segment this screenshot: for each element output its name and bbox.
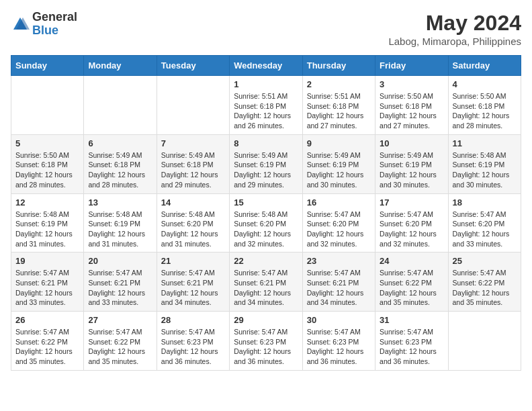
day-info: Sunrise: 5:47 AM Sunset: 6:21 PM Dayligh… xyxy=(161,268,225,308)
col-header-tuesday: Tuesday xyxy=(157,56,229,76)
day-info: Sunrise: 5:47 AM Sunset: 6:20 PM Dayligh… xyxy=(380,210,443,249)
calendar-cell: 8Sunrise: 5:49 AM Sunset: 6:19 PM Daylig… xyxy=(230,134,302,193)
location-subtitle: Labog, Mimaropa, Philippines xyxy=(388,36,521,47)
calendar-cell: 27Sunrise: 5:47 AM Sunset: 6:22 PM Dayli… xyxy=(84,312,157,371)
col-header-thursday: Thursday xyxy=(302,56,375,76)
week-row-4: 19Sunrise: 5:47 AM Sunset: 6:21 PM Dayli… xyxy=(11,253,521,312)
day-number: 2 xyxy=(307,79,371,89)
title-area: May 2024 Labog, Mimaropa, Philippines xyxy=(388,11,521,47)
logo-blue: Blue xyxy=(32,24,77,38)
day-number: 4 xyxy=(453,79,517,89)
calendar-cell: 24Sunrise: 5:47 AM Sunset: 6:22 PM Dayli… xyxy=(375,253,448,312)
day-number: 11 xyxy=(453,138,517,148)
day-info: Sunrise: 5:47 AM Sunset: 6:21 PM Dayligh… xyxy=(88,268,152,308)
day-number: 7 xyxy=(161,138,225,148)
day-info: Sunrise: 5:48 AM Sunset: 6:19 PM Dayligh… xyxy=(15,210,79,249)
week-row-2: 5Sunrise: 5:50 AM Sunset: 6:18 PM Daylig… xyxy=(11,134,521,193)
calendar-cell: 1Sunrise: 5:51 AM Sunset: 6:18 PM Daylig… xyxy=(230,76,302,135)
calendar-cell: 28Sunrise: 5:47 AM Sunset: 6:23 PM Dayli… xyxy=(157,312,229,371)
day-number: 21 xyxy=(161,256,225,266)
day-number: 3 xyxy=(380,79,443,89)
calendar-cell: 6Sunrise: 5:49 AM Sunset: 6:18 PM Daylig… xyxy=(84,134,157,193)
day-info: Sunrise: 5:47 AM Sunset: 6:23 PM Dayligh… xyxy=(161,327,225,367)
day-info: Sunrise: 5:49 AM Sunset: 6:19 PM Dayligh… xyxy=(234,150,298,190)
calendar-cell: 18Sunrise: 5:47 AM Sunset: 6:20 PM Dayli… xyxy=(448,193,521,253)
col-header-sunday: Sunday xyxy=(11,56,84,76)
col-header-wednesday: Wednesday xyxy=(230,56,302,76)
week-row-1: 1Sunrise: 5:51 AM Sunset: 6:18 PM Daylig… xyxy=(11,76,521,135)
day-info: Sunrise: 5:47 AM Sunset: 6:22 PM Dayligh… xyxy=(15,327,79,367)
day-info: Sunrise: 5:50 AM Sunset: 6:18 PM Dayligh… xyxy=(380,91,443,131)
calendar-cell: 10Sunrise: 5:49 AM Sunset: 6:19 PM Dayli… xyxy=(375,134,448,193)
day-info: Sunrise: 5:49 AM Sunset: 6:18 PM Dayligh… xyxy=(161,150,225,190)
logo-icon xyxy=(11,15,30,34)
day-number: 9 xyxy=(307,138,371,148)
calendar-cell: 15Sunrise: 5:48 AM Sunset: 6:20 PM Dayli… xyxy=(230,193,302,253)
day-number: 5 xyxy=(15,138,79,148)
calendar-cell: 9Sunrise: 5:49 AM Sunset: 6:19 PM Daylig… xyxy=(302,134,375,193)
calendar-cell: 21Sunrise: 5:47 AM Sunset: 6:21 PM Dayli… xyxy=(157,253,229,312)
day-info: Sunrise: 5:47 AM Sunset: 6:20 PM Dayligh… xyxy=(307,210,371,249)
day-info: Sunrise: 5:48 AM Sunset: 6:20 PM Dayligh… xyxy=(234,210,298,249)
day-info: Sunrise: 5:47 AM Sunset: 6:23 PM Dayligh… xyxy=(380,327,443,367)
calendar-cell: 16Sunrise: 5:47 AM Sunset: 6:20 PM Dayli… xyxy=(302,193,375,253)
day-number: 8 xyxy=(234,138,298,148)
calendar-cell: 31Sunrise: 5:47 AM Sunset: 6:23 PM Dayli… xyxy=(375,312,448,371)
day-info: Sunrise: 5:47 AM Sunset: 6:22 PM Dayligh… xyxy=(380,268,443,308)
calendar-cell: 13Sunrise: 5:48 AM Sunset: 6:19 PM Dayli… xyxy=(84,193,157,253)
logo-text: General Blue xyxy=(32,11,77,38)
day-info: Sunrise: 5:48 AM Sunset: 6:20 PM Dayligh… xyxy=(161,210,225,249)
page-header: General Blue May 2024 Labog, Mimaropa, P… xyxy=(11,11,521,47)
day-info: Sunrise: 5:47 AM Sunset: 6:21 PM Dayligh… xyxy=(307,268,371,308)
col-header-friday: Friday xyxy=(375,56,448,76)
day-number: 6 xyxy=(88,138,152,148)
col-header-monday: Monday xyxy=(84,56,157,76)
calendar-cell: 17Sunrise: 5:47 AM Sunset: 6:20 PM Dayli… xyxy=(375,193,448,253)
calendar-cell: 22Sunrise: 5:47 AM Sunset: 6:21 PM Dayli… xyxy=(230,253,302,312)
logo-general: General xyxy=(32,11,77,24)
calendar-cell xyxy=(84,76,157,135)
calendar-header: SundayMondayTuesdayWednesdayThursdayFrid… xyxy=(11,56,521,76)
day-number: 20 xyxy=(88,256,152,266)
day-info: Sunrise: 5:47 AM Sunset: 6:21 PM Dayligh… xyxy=(15,268,79,308)
day-info: Sunrise: 5:50 AM Sunset: 6:18 PM Dayligh… xyxy=(15,150,79,190)
calendar-cell: 2Sunrise: 5:51 AM Sunset: 6:18 PM Daylig… xyxy=(302,76,375,135)
calendar-body: 1Sunrise: 5:51 AM Sunset: 6:18 PM Daylig… xyxy=(11,76,521,371)
day-info: Sunrise: 5:47 AM Sunset: 6:20 PM Dayligh… xyxy=(453,210,517,249)
calendar-cell: 4Sunrise: 5:50 AM Sunset: 6:18 PM Daylig… xyxy=(448,76,521,135)
day-number: 17 xyxy=(380,197,443,208)
calendar-cell: 3Sunrise: 5:50 AM Sunset: 6:18 PM Daylig… xyxy=(375,76,448,135)
calendar-cell xyxy=(157,76,229,135)
week-row-3: 12Sunrise: 5:48 AM Sunset: 6:19 PM Dayli… xyxy=(11,193,521,253)
week-row-5: 26Sunrise: 5:47 AM Sunset: 6:22 PM Dayli… xyxy=(11,312,521,371)
calendar-cell: 25Sunrise: 5:47 AM Sunset: 6:22 PM Dayli… xyxy=(448,253,521,312)
calendar-cell xyxy=(11,76,84,135)
calendar-cell: 23Sunrise: 5:47 AM Sunset: 6:21 PM Dayli… xyxy=(302,253,375,312)
logo: General Blue xyxy=(11,11,77,38)
day-info: Sunrise: 5:47 AM Sunset: 6:23 PM Dayligh… xyxy=(234,327,298,367)
day-number: 25 xyxy=(453,256,517,266)
day-number: 22 xyxy=(234,256,298,266)
day-info: Sunrise: 5:47 AM Sunset: 6:21 PM Dayligh… xyxy=(234,268,298,308)
day-number: 28 xyxy=(161,315,225,325)
header-row: SundayMondayTuesdayWednesdayThursdayFrid… xyxy=(11,56,521,76)
calendar-cell: 26Sunrise: 5:47 AM Sunset: 6:22 PM Dayli… xyxy=(11,312,84,371)
calendar-cell: 5Sunrise: 5:50 AM Sunset: 6:18 PM Daylig… xyxy=(11,134,84,193)
calendar-cell: 12Sunrise: 5:48 AM Sunset: 6:19 PM Dayli… xyxy=(11,193,84,253)
calendar-cell: 14Sunrise: 5:48 AM Sunset: 6:20 PM Dayli… xyxy=(157,193,229,253)
day-number: 12 xyxy=(15,197,79,208)
day-info: Sunrise: 5:49 AM Sunset: 6:18 PM Dayligh… xyxy=(88,150,152,190)
day-info: Sunrise: 5:47 AM Sunset: 6:22 PM Dayligh… xyxy=(453,268,517,308)
day-info: Sunrise: 5:50 AM Sunset: 6:18 PM Dayligh… xyxy=(453,91,517,131)
calendar-cell: 7Sunrise: 5:49 AM Sunset: 6:18 PM Daylig… xyxy=(157,134,229,193)
month-year-title: May 2024 xyxy=(388,11,521,36)
day-number: 10 xyxy=(380,138,443,148)
calendar-table: SundayMondayTuesdayWednesdayThursdayFrid… xyxy=(11,55,521,371)
day-info: Sunrise: 5:47 AM Sunset: 6:23 PM Dayligh… xyxy=(307,327,371,367)
calendar-cell: 20Sunrise: 5:47 AM Sunset: 6:21 PM Dayli… xyxy=(84,253,157,312)
day-info: Sunrise: 5:51 AM Sunset: 6:18 PM Dayligh… xyxy=(307,91,371,131)
calendar-cell xyxy=(448,312,521,371)
calendar-cell: 30Sunrise: 5:47 AM Sunset: 6:23 PM Dayli… xyxy=(302,312,375,371)
day-info: Sunrise: 5:48 AM Sunset: 6:19 PM Dayligh… xyxy=(453,150,517,190)
day-number: 29 xyxy=(234,315,298,325)
